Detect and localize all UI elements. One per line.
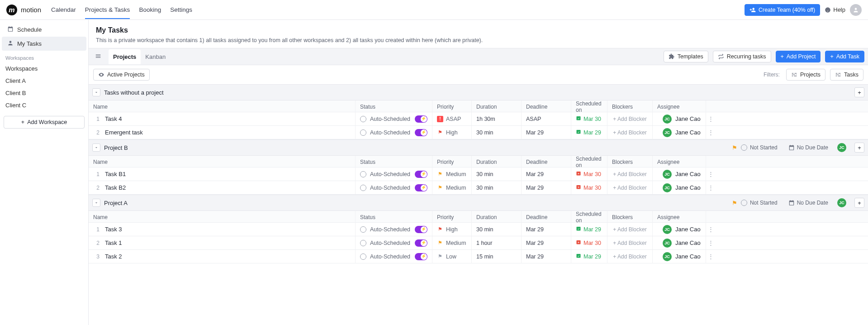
col-duration[interactable]: Duration — [472, 100, 522, 113]
flag-icon[interactable]: ⚑ — [732, 144, 737, 151]
col-assignee[interactable]: Assignee — [653, 156, 706, 168]
col-duration[interactable]: Duration — [472, 156, 522, 168]
add-blocker-button[interactable]: + Add Blocker — [607, 126, 653, 139]
col-status[interactable]: Status — [356, 100, 432, 113]
filter-tasks-button[interactable]: Tasks — [830, 69, 863, 81]
assignee-cell[interactable]: JC Jane Cao — [653, 236, 706, 249]
filter-projects-button[interactable]: Projects — [786, 69, 825, 81]
add-blocker-button[interactable]: + Add Blocker — [607, 236, 653, 249]
auto-schedule-toggle[interactable]: ⚡ — [415, 184, 427, 191]
user-avatar[interactable] — [850, 4, 862, 16]
deadline-cell[interactable]: ASAP — [522, 112, 571, 125]
group-title[interactable]: Project A — [104, 200, 128, 206]
group-title[interactable]: Project B — [104, 144, 128, 151]
col-scheduled[interactable]: Scheduled on — [571, 156, 607, 168]
group-add-button[interactable]: + — [854, 143, 864, 153]
scheduled-cell[interactable]: Mar 30 — [571, 167, 607, 181]
sidebar-item-schedule[interactable]: Schedule — [2, 23, 86, 37]
tab-projects[interactable]: Projects — [109, 49, 141, 64]
help-link[interactable]: Help — [825, 6, 845, 13]
priority-cell[interactable]: ⚑High — [432, 223, 472, 236]
col-assignee[interactable]: Assignee — [653, 100, 706, 113]
nav-projects-tasks[interactable]: Projects & Tasks — [85, 1, 130, 19]
add-project-button[interactable]: + Add Project — [776, 51, 821, 62]
add-blocker-button[interactable]: + Add Blocker — [607, 112, 653, 125]
status-circle-icon[interactable] — [360, 240, 366, 246]
col-scheduled[interactable]: Scheduled on — [571, 211, 607, 224]
nav-settings[interactable]: Settings — [170, 1, 192, 19]
recurring-tasks-button[interactable]: Recurring tasks — [713, 51, 771, 62]
col-name[interactable]: Name — [89, 211, 356, 224]
task-row[interactable]: 1Task B1 Auto-Scheduled ⚡ ⚑Medium 30 min… — [89, 167, 868, 181]
assignee-cell[interactable]: JC Jane Cao — [653, 250, 706, 263]
duration-cell[interactable]: 1 hour — [472, 236, 522, 249]
deadline-cell[interactable]: Mar 29 — [522, 181, 571, 194]
nav-calendar[interactable]: Calendar — [51, 1, 76, 19]
group-add-button[interactable]: + — [854, 87, 864, 97]
priority-cell[interactable]: ⚑High — [432, 126, 472, 139]
status-circle-icon[interactable] — [360, 129, 366, 136]
deadline-cell[interactable]: Mar 29 — [522, 236, 571, 249]
task-row[interactable]: 2Task 1 Auto-Scheduled ⚡ ⚑Medium 1 hour … — [89, 236, 868, 250]
col-priority[interactable]: Priority — [432, 100, 472, 113]
col-status[interactable]: Status — [356, 156, 432, 168]
add-blocker-button[interactable]: + Add Blocker — [607, 181, 653, 194]
status-circle-icon[interactable] — [360, 171, 366, 177]
tab-kanban[interactable]: Kanban — [141, 49, 170, 64]
workspace-item[interactable]: Client B — [0, 87, 88, 99]
status-circle-icon[interactable] — [360, 226, 366, 233]
assignee-avatar[interactable]: JC — [837, 143, 846, 152]
task-row[interactable]: 3Task 2 Auto-Scheduled ⚡ ⚑Low 15 min Mar… — [89, 250, 868, 263]
project-due[interactable]: No Due Date — [788, 144, 828, 151]
row-more-button[interactable]: ⋮ — [706, 181, 715, 194]
active-projects-button[interactable]: Active Projects — [93, 69, 150, 81]
assignee-cell[interactable]: JC Jane Cao — [653, 223, 706, 236]
add-blocker-button[interactable]: + Add Blocker — [607, 167, 653, 181]
row-more-button[interactable]: ⋮ — [706, 112, 715, 125]
col-duration[interactable]: Duration — [472, 211, 522, 224]
col-name[interactable]: Name — [89, 156, 356, 168]
workspace-item[interactable]: Workspaces — [0, 62, 88, 75]
collapse-toggle[interactable] — [92, 88, 100, 96]
col-priority[interactable]: Priority — [432, 211, 472, 224]
deadline-cell[interactable]: Mar 29 — [522, 126, 571, 139]
auto-schedule-toggle[interactable]: ⚡ — [415, 171, 427, 178]
deadline-cell[interactable]: Mar 29 — [522, 250, 571, 263]
assignee-cell[interactable]: JC Jane Cao — [653, 167, 706, 181]
col-name[interactable]: Name — [89, 100, 356, 113]
workspace-item[interactable]: Client A — [0, 75, 88, 87]
scheduled-cell[interactable]: Mar 30 — [571, 112, 607, 125]
deadline-cell[interactable]: Mar 29 — [522, 167, 571, 181]
add-blocker-button[interactable]: + Add Blocker — [607, 250, 653, 263]
duration-cell[interactable]: 30 min — [472, 181, 522, 194]
priority-cell[interactable]: ⚑Medium — [432, 181, 472, 194]
status-circle-icon[interactable] — [360, 185, 366, 191]
duration-cell[interactable]: 30 min — [472, 167, 522, 181]
create-team-button[interactable]: Create Team (40% off) — [745, 4, 820, 16]
row-more-button[interactable]: ⋮ — [706, 236, 715, 249]
auto-schedule-toggle[interactable]: ⚡ — [415, 115, 427, 123]
list-toggle[interactable] — [92, 51, 104, 62]
assignee-cell[interactable]: JC Jane Cao — [653, 126, 706, 139]
col-assignee[interactable]: Assignee — [653, 211, 706, 224]
duration-cell[interactable]: 30 min — [472, 223, 522, 236]
col-deadline[interactable]: Deadline — [522, 100, 571, 113]
group-title[interactable]: Tasks without a project — [104, 89, 164, 96]
priority-cell[interactable]: !ASAP — [432, 112, 472, 125]
assignee-cell[interactable]: JC Jane Cao — [653, 112, 706, 125]
col-blockers[interactable]: Blockers — [607, 211, 653, 224]
project-due[interactable]: No Due Date — [788, 200, 828, 206]
nav-booking[interactable]: Booking — [139, 1, 161, 19]
col-deadline[interactable]: Deadline — [522, 156, 571, 168]
collapse-toggle[interactable] — [92, 199, 100, 207]
auto-schedule-toggle[interactable]: ⚡ — [415, 253, 427, 260]
duration-cell[interactable]: 15 min — [472, 250, 522, 263]
project-status[interactable]: Not Started — [741, 200, 778, 206]
scheduled-cell[interactable]: Mar 29 — [571, 126, 607, 139]
add-task-button[interactable]: + Add Task — [825, 51, 864, 62]
duration-cell[interactable]: 30 min — [472, 126, 522, 139]
auto-schedule-toggle[interactable]: ⚡ — [415, 239, 427, 247]
col-deadline[interactable]: Deadline — [522, 211, 571, 224]
priority-cell[interactable]: ⚑Medium — [432, 167, 472, 181]
auto-schedule-toggle[interactable]: ⚡ — [415, 129, 427, 136]
